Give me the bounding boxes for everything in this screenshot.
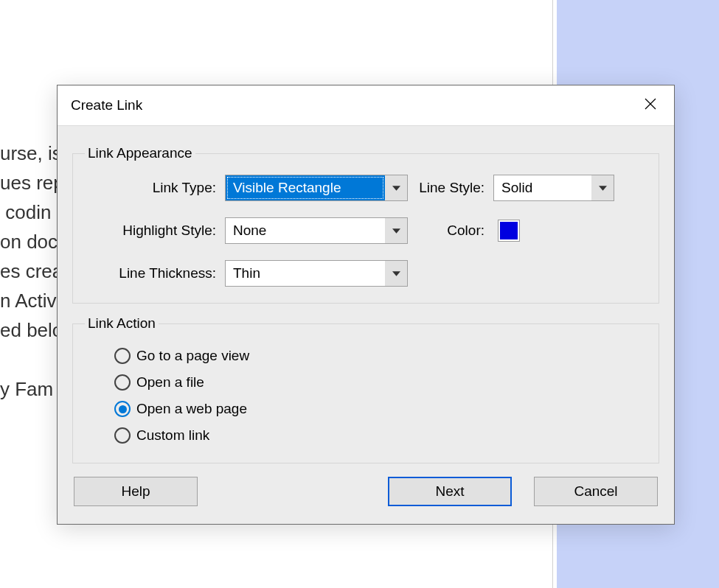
appearance-form-grid: Link Type: Visible Rectangle Line Style:… (85, 175, 647, 287)
line-thickness-label: Line Thickness: (85, 265, 225, 281)
link-type-select[interactable]: Visible Rectangle (225, 175, 408, 201)
radio-label: Open a web page (136, 401, 247, 417)
close-icon (645, 97, 656, 113)
highlight-style-select[interactable]: None (225, 217, 408, 244)
svg-marker-2 (392, 186, 400, 191)
link-type-label: Link Type: (85, 180, 225, 196)
line-thickness-select[interactable]: Thin (225, 260, 408, 287)
chevron-down-icon (591, 175, 614, 200)
radio-open-a-file[interactable]: Open a file (114, 374, 647, 391)
dialog-title: Create Link (71, 97, 142, 113)
svg-marker-3 (599, 186, 607, 191)
svg-marker-5 (392, 271, 400, 276)
line-style-value: Solid (494, 175, 591, 200)
color-label: Color: (408, 223, 493, 239)
link-appearance-group: Link Appearance Link Type: Visible Recta… (72, 145, 659, 304)
color-swatch (500, 222, 518, 239)
radio-icon (114, 401, 131, 417)
radio-label: Go to a page view (136, 348, 249, 364)
link-type-value: Visible Rectangle (226, 175, 385, 200)
color-picker[interactable] (498, 220, 520, 242)
highlight-style-label: Highlight Style: (85, 223, 225, 239)
radio-icon (114, 348, 131, 364)
line-thickness-value: Thin (226, 261, 385, 286)
dialog-button-row: Help Next Cancel (72, 475, 659, 506)
close-button[interactable] (636, 94, 665, 116)
radio-custom-link[interactable]: Custom link (114, 427, 647, 444)
highlight-style-value: None (226, 218, 385, 243)
link-action-legend: Link Action (85, 315, 159, 332)
link-appearance-legend: Link Appearance (85, 145, 195, 161)
radio-icon (114, 374, 131, 391)
radio-icon (114, 427, 131, 444)
link-action-radio-group: Go to a page view Open a file Open a web… (85, 345, 647, 447)
color-swatch-container (493, 220, 614, 242)
help-button[interactable]: Help (74, 477, 198, 506)
create-link-dialog: Create Link Link Appearance Link Type: V… (57, 85, 675, 525)
chevron-down-icon (385, 175, 407, 200)
dialog-body: Link Appearance Link Type: Visible Recta… (58, 125, 674, 524)
radio-label: Custom link (136, 427, 209, 444)
background-document-text: urse, is ues rep codin on doc es crea n … (0, 139, 64, 404)
radio-open-a-web-page[interactable]: Open a web page (114, 401, 647, 417)
link-action-group: Link Action Go to a page view Open a fil… (72, 315, 659, 463)
line-style-select[interactable]: Solid (493, 175, 614, 201)
dialog-titlebar: Create Link (58, 85, 674, 125)
cancel-button[interactable]: Cancel (534, 477, 658, 506)
next-button[interactable]: Next (388, 477, 512, 506)
chevron-down-icon (385, 218, 407, 243)
radio-go-to-page-view[interactable]: Go to a page view (114, 348, 647, 364)
radio-label: Open a file (136, 374, 204, 391)
line-style-label: Line Style: (408, 180, 493, 196)
svg-marker-4 (392, 228, 400, 234)
chevron-down-icon (385, 261, 407, 286)
